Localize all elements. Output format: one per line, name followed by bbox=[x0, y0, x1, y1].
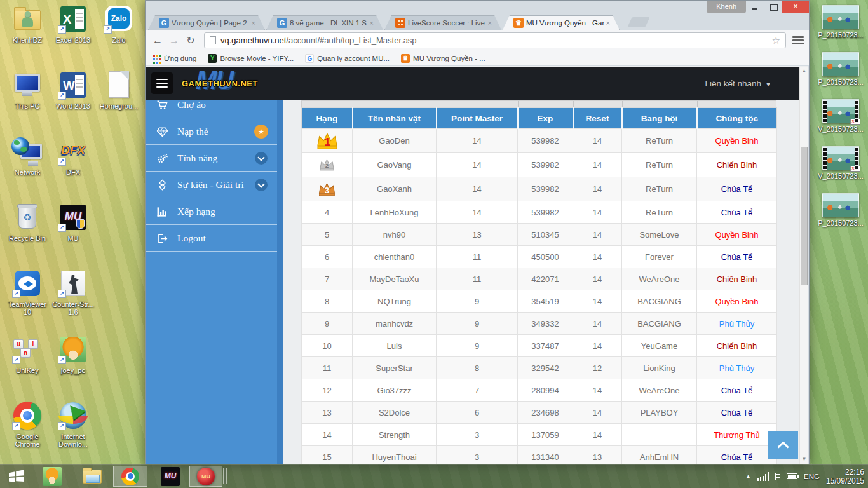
new-tab-button[interactable] bbox=[627, 17, 649, 27]
desktop-icon-zalo[interactable]: Zalo bbox=[95, 4, 142, 44]
tray-expand-icon[interactable]: ▲ bbox=[746, 473, 751, 479]
column-header: Chủng tộc bbox=[697, 108, 777, 129]
taskbar-icon-chrome[interactable] bbox=[113, 466, 147, 487]
desktop-icon-doc[interactable]: Homegrou... bbox=[95, 70, 142, 110]
desktop-icon-dfx[interactable]: DFX DFX bbox=[50, 136, 97, 176]
desktop-icon-photo[interactable]: P_20150723... bbox=[817, 5, 864, 39]
cell-exp: 137059 bbox=[518, 424, 573, 446]
cell-point-master: 11 bbox=[437, 246, 518, 268]
page-scrollbar[interactable]: ▲ ▼ bbox=[799, 67, 808, 464]
desktop-icon-label: This PC bbox=[4, 102, 51, 110]
cell-character-name: GaoVang bbox=[353, 153, 437, 177]
scrollbar-up-arrow[interactable]: ▲ bbox=[800, 67, 808, 76]
bookmark-label: MU Vương Quyền - ... bbox=[413, 55, 485, 62]
cell-point-master: 14 bbox=[437, 201, 518, 224]
browser-tab[interactable]: LiveScore Soccer : Live So × bbox=[384, 15, 501, 30]
desktop-icon-chrome[interactable]: Google Chrome bbox=[4, 400, 51, 448]
desktop-icon-bin[interactable]: Recycle Bin bbox=[4, 202, 51, 242]
cell-exp: 354519 bbox=[518, 290, 573, 313]
desktop-icon-uni[interactable]: uin UniKey bbox=[4, 334, 51, 374]
tab-close-icon[interactable]: × bbox=[488, 19, 492, 27]
desktop-icon-excel[interactable]: X Excel 2013 bbox=[50, 4, 97, 44]
refresh-icon[interactable]: ↻ bbox=[182, 34, 199, 46]
chevron-down-icon[interactable] bbox=[255, 152, 268, 165]
tab-close-icon[interactable]: × bbox=[606, 19, 610, 27]
close-button[interactable]: × bbox=[782, 1, 809, 13]
hamburger-menu-icon[interactable] bbox=[151, 72, 173, 94]
cell-guild: ReTurn bbox=[622, 129, 697, 153]
desktop-icon-idm[interactable]: Internet Downlo... bbox=[50, 400, 97, 448]
browser-tab[interactable]: Vương Quyền | Page 2 | G × bbox=[148, 15, 265, 30]
desktop-icon-net[interactable]: Network bbox=[4, 136, 51, 176]
browser-tab[interactable]: MU Vương Quyền - Game × bbox=[503, 15, 620, 30]
chevron-down-icon[interactable] bbox=[255, 179, 268, 191]
sidebar-item-logout[interactable]: Logout bbox=[146, 226, 277, 252]
desktop-icon-video[interactable]: 321 V_20150723... bbox=[817, 99, 864, 133]
bookmark-item[interactable]: Quan ly account MU... bbox=[305, 54, 390, 63]
video-thumbnail-icon: 321 bbox=[822, 99, 859, 123]
desktop-icon-photo[interactable]: P_20150723... bbox=[817, 52, 864, 86]
maximize-button[interactable] bbox=[764, 1, 782, 13]
clock[interactable]: 22:16 15/09/2015 bbox=[826, 468, 864, 485]
desktop-icon-pc[interactable]: This PC bbox=[4, 70, 51, 110]
cell-exp: 539982 bbox=[518, 129, 573, 153]
forward-icon[interactable]: → bbox=[166, 35, 182, 46]
desktop-icon-label: Network bbox=[4, 168, 51, 176]
livescore-favicon-icon bbox=[395, 18, 405, 28]
scrollbar-down-arrow[interactable]: ▼ bbox=[800, 455, 808, 464]
scroll-to-top-button[interactable] bbox=[768, 431, 798, 459]
sidebar-item-events[interactable]: Sự kiện - Giải trí bbox=[146, 172, 277, 198]
bookmark-item[interactable]: Ứng dụng bbox=[152, 54, 196, 63]
desktop-icon-tv[interactable]: TeamViewer 10 bbox=[4, 268, 51, 316]
bookmark-item[interactable]: Browse Movie - YIFY... bbox=[208, 54, 294, 63]
minimize-button[interactable] bbox=[745, 1, 764, 13]
sidebar-item-diamond[interactable]: Nạp thẻ ★ bbox=[146, 119, 277, 145]
site-logo[interactable]: MU GAMETHUVN.NET bbox=[179, 69, 294, 98]
scrollbar-thumb[interactable] bbox=[801, 147, 808, 285]
address-bar[interactable]: vq.gamethuvn.net/account/#auth/top_List_… bbox=[204, 32, 786, 48]
khenh-icon bbox=[11, 4, 43, 34]
desktop-icon-joey[interactable]: joey_pc bbox=[50, 334, 97, 374]
power-plug-icon[interactable] bbox=[775, 473, 780, 480]
battery-icon[interactable] bbox=[787, 473, 797, 479]
language-indicator[interactable]: ENG bbox=[804, 473, 820, 480]
chrome-menu-icon[interactable] bbox=[791, 36, 805, 44]
network-signal-icon[interactable] bbox=[757, 472, 770, 481]
taskbar-icon-folder[interactable] bbox=[79, 466, 105, 487]
back-icon[interactable]: ← bbox=[149, 35, 166, 46]
desktop-icon-label: KhenhDZ bbox=[4, 36, 51, 44]
desktop-icon-mu[interactable]: MU MU bbox=[50, 202, 97, 242]
taskbar-icon-mu-red[interactable]: MU bbox=[189, 466, 222, 487]
url-path: /account/#auth/top_List_Master.asp bbox=[286, 36, 416, 45]
cell-point-master: 9 bbox=[437, 335, 518, 357]
browser-titlebar[interactable]: Khenh × bbox=[146, 1, 809, 13]
desktop-icon-photo[interactable]: P_20150723... bbox=[817, 193, 864, 227]
joey-icon bbox=[57, 334, 89, 365]
sidebar-item-gears[interactable]: Tính năng bbox=[146, 146, 277, 172]
tray-time: 22:16 bbox=[826, 468, 864, 477]
quick-links-dropdown[interactable]: Liên kết nhanh▼ bbox=[705, 79, 771, 88]
browser-tab[interactable]: 8 vẽ game - DL XIN 1 SLO × bbox=[266, 15, 383, 30]
taskbar-icon-mu-dark[interactable]: MU bbox=[158, 466, 183, 487]
browser-profile-button[interactable]: Khenh bbox=[707, 1, 746, 13]
taskbar-icon-joey[interactable] bbox=[39, 466, 65, 487]
chevron-up-icon bbox=[777, 441, 789, 452]
tab-title: LiveScore Soccer : Live So bbox=[408, 19, 485, 27]
desktop-icon-khenh[interactable]: KhenhDZ bbox=[4, 4, 51, 44]
desktop-icon-word[interactable]: W Word 2013 bbox=[50, 70, 97, 110]
cell-race: Chúa Tể bbox=[697, 402, 777, 424]
sidebar-item-label: Nạp thẻ bbox=[177, 126, 208, 137]
sidebar-item-chart[interactable]: Xếp hạng bbox=[146, 199, 277, 225]
bookmark-star-icon[interactable]: ☆ bbox=[772, 35, 780, 46]
cell-race: Chúa Tể bbox=[697, 246, 777, 268]
start-button[interactable] bbox=[0, 464, 33, 488]
zalo-icon bbox=[103, 4, 135, 34]
tab-close-icon[interactable]: × bbox=[252, 19, 255, 27]
cell-character-name: manhcvdz bbox=[353, 313, 437, 335]
desktop-icon-video[interactable]: 321 V_20150723... bbox=[817, 146, 864, 180]
bookmark-item[interactable]: MU Vương Quyền - ... bbox=[401, 54, 485, 63]
desktop-icon-cs[interactable]: Counter-Str... 1.6 bbox=[50, 268, 97, 316]
tab-close-icon[interactable]: × bbox=[370, 19, 374, 27]
cell-guild: ReTurn bbox=[622, 177, 697, 201]
cell-rank: 1 bbox=[302, 129, 353, 153]
